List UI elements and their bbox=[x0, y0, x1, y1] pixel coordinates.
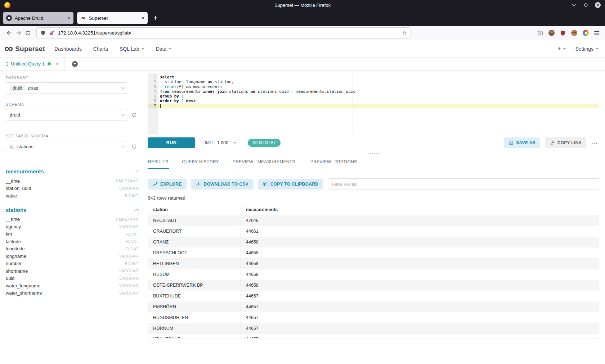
window-restore-icon[interactable] bbox=[583, 2, 589, 8]
refresh-schemas-icon[interactable] bbox=[131, 112, 137, 118]
pinwheel-extension-icon[interactable] bbox=[583, 30, 589, 36]
cell-measurements: 44658 bbox=[241, 261, 599, 266]
caret-down-icon bbox=[169, 48, 171, 50]
cell-station: NEUSTADT bbox=[148, 215, 241, 226]
table-row[interactable]: OSTE-SPERRWERK BP44658 bbox=[148, 280, 599, 291]
account-avatar-icon[interactable] bbox=[548, 30, 555, 36]
table-select[interactable]: stations bbox=[6, 141, 128, 152]
limit-select[interactable]: 1 000 bbox=[217, 140, 236, 145]
nav-item-data[interactable]: Data bbox=[156, 46, 172, 52]
window-menu-icon[interactable] bbox=[570, 2, 577, 8]
column-name: water_longname bbox=[6, 283, 40, 288]
cell-measurements: 44657 bbox=[241, 326, 599, 331]
new-tab-button[interactable]: + bbox=[151, 14, 160, 22]
window-titlebar: Superset — Mozilla Firefox × bbox=[0, 0, 605, 10]
menu-icon[interactable] bbox=[594, 31, 599, 35]
sql-editor[interactable]: 1234567 select stations.longname as stat… bbox=[148, 73, 599, 135]
forward-button[interactable] bbox=[14, 30, 23, 36]
code-line[interactable]: from measurements inner join stations on… bbox=[158, 89, 599, 94]
query-tab-close-icon[interactable]: × bbox=[56, 61, 59, 67]
table-row[interactable]: DREYSCHLOOT44658 bbox=[148, 247, 599, 258]
save-as-button[interactable]: SAVE AS bbox=[504, 137, 540, 148]
results-pane: RESULTSQUERY HISTORYPREVIEW: `MEASUREMEN… bbox=[148, 156, 599, 364]
table-row[interactable]: EMSHÖRN44657 bbox=[148, 301, 599, 312]
column-name: longname bbox=[6, 254, 26, 259]
drag-handle-icon[interactable] bbox=[6, 62, 8, 66]
pane-divider[interactable] bbox=[148, 150, 599, 156]
add-new-menu[interactable]: + bbox=[557, 46, 566, 52]
chevron-up-icon[interactable] bbox=[135, 209, 139, 212]
table-row[interactable]: HETLINGEN44658 bbox=[148, 258, 599, 269]
results-tab-preview-stations[interactable]: PREVIEW: `STATIONS` bbox=[310, 156, 359, 169]
tab-close-icon[interactable]: × bbox=[142, 15, 144, 21]
caret-down-icon bbox=[563, 48, 566, 50]
reload-button[interactable] bbox=[23, 30, 32, 36]
code-token: on bbox=[251, 89, 255, 94]
database-select[interactable]: druid druid bbox=[6, 82, 128, 94]
query-tab[interactable]: Untitled Query 1 × bbox=[0, 58, 65, 70]
column-row: valueBIGINT bbox=[6, 192, 138, 200]
column-name: __time bbox=[6, 217, 20, 222]
explore-button[interactable]: EXPLORE bbox=[148, 179, 187, 190]
code-line[interactable]: select bbox=[158, 75, 599, 79]
results-tab-query-history[interactable]: QUERY HISTORY bbox=[182, 156, 219, 169]
ublock-shield-icon[interactable] bbox=[560, 30, 566, 36]
back-button[interactable] bbox=[4, 30, 14, 36]
pocket-icon[interactable] bbox=[537, 30, 543, 36]
code-line[interactable]: group by 1 bbox=[158, 94, 599, 99]
editor-code[interactable]: select stations.longname as station, cou… bbox=[158, 73, 599, 135]
settings-menu[interactable]: Settings bbox=[575, 46, 599, 52]
url-text[interactable]: 172.18.0.4:32251/superset/sqllab/ bbox=[58, 30, 131, 36]
more-options-button[interactable]: ... bbox=[591, 139, 599, 147]
copy-to-clipboard-button[interactable]: COPY TO CLIPBOARD bbox=[258, 179, 323, 190]
nav-item-label: Data bbox=[156, 46, 167, 52]
filter-results-input[interactable] bbox=[328, 178, 599, 190]
superset-logo[interactable]: ∞ Superset bbox=[4, 44, 45, 54]
nav-item-label: Charts bbox=[93, 46, 108, 52]
column-name: km bbox=[6, 231, 12, 237]
window-close-icon[interactable]: × bbox=[595, 2, 601, 8]
table-row[interactable]: HUNDSMÜHLEN44657 bbox=[148, 312, 599, 323]
download-to-csv-button[interactable]: DOWNLOAD TO CSV bbox=[191, 179, 253, 190]
add-query-tab-button[interactable]: + bbox=[72, 61, 78, 67]
nav-item-dashboards[interactable]: Dashboards bbox=[54, 46, 82, 52]
results-tab-preview-measurements[interactable]: PREVIEW: `MEASUREMENTS` bbox=[232, 156, 297, 169]
table-row[interactable]: BUXTEHUDE44657 bbox=[148, 291, 599, 301]
code-token: stations.uuid = measurements.station_uui… bbox=[255, 89, 355, 94]
browser-tab-superset[interactable]: ∞ Superset × bbox=[77, 12, 148, 24]
insecure-lock-icon[interactable] bbox=[49, 30, 55, 36]
bookmark-star-icon[interactable]: ☆ bbox=[402, 30, 407, 36]
code-line[interactable] bbox=[158, 104, 599, 108]
table-name[interactable]: stations bbox=[6, 207, 138, 213]
column-name: number bbox=[6, 261, 22, 266]
table-row[interactable]: NEUSTADT47646 bbox=[148, 215, 599, 226]
code-line[interactable]: stations.longname as station, bbox=[158, 79, 599, 84]
column-type: VARCHAR bbox=[119, 283, 138, 288]
table-row[interactable]: CRANZ44658 bbox=[148, 237, 599, 247]
refresh-tables-icon[interactable] bbox=[131, 144, 137, 149]
run-button[interactable]: RUN bbox=[148, 137, 195, 148]
table-row[interactable]: HUSUM44658 bbox=[148, 269, 599, 280]
table-row[interactable]: HÖRNUM44657 bbox=[148, 323, 599, 334]
tab-close-icon[interactable]: × bbox=[67, 15, 70, 21]
code-line[interactable]: order by 2 desc bbox=[158, 99, 599, 103]
browser-tab-apache-druid[interactable]: Apache Druid × bbox=[3, 12, 73, 24]
copy-link-button[interactable]: COPY LINK bbox=[545, 137, 587, 148]
results-tab-results[interactable]: RESULTS bbox=[148, 156, 169, 169]
nav-item-charts[interactable]: Charts bbox=[93, 46, 108, 52]
table-row[interactable]: KRAUTSAND44657 bbox=[148, 334, 599, 338]
url-bar[interactable]: 172.18.0.4:32251/superset/sqllab/ ☆ bbox=[37, 28, 411, 38]
schema-select[interactable]: druid bbox=[6, 109, 128, 120]
code-line[interactable]: count(*) as measurements bbox=[158, 85, 599, 89]
shield-icon[interactable] bbox=[40, 30, 46, 36]
query-tab-strip: Untitled Query 1 × + bbox=[0, 58, 605, 70]
table-name[interactable]: measurements bbox=[6, 168, 138, 174]
column-header-station[interactable]: station bbox=[148, 204, 241, 215]
nav-item-sql-lab[interactable]: SQL Lab bbox=[120, 46, 144, 52]
extension-icon[interactable] bbox=[571, 30, 577, 36]
table-row[interactable]: GRAUERORT44661 bbox=[148, 226, 599, 237]
database-type-badge: druid bbox=[10, 85, 25, 91]
column-header-measurements[interactable]: measurements bbox=[241, 207, 599, 212]
chevron-up-icon[interactable] bbox=[135, 170, 139, 174]
chevron-down-icon bbox=[121, 113, 125, 116]
